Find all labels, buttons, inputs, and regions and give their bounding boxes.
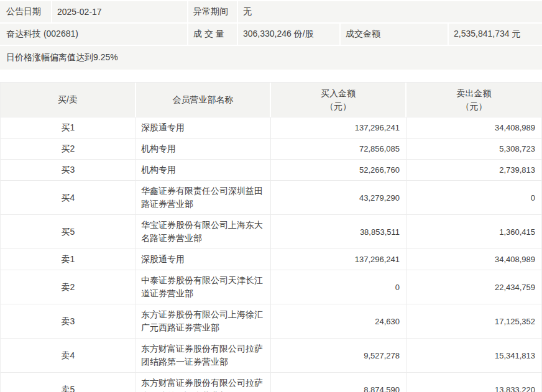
- row-sell-amount: 34,408,989: [406, 117, 542, 139]
- info-row-stock: 奋达科技 (002681) 成 交 量 306,330,246 份/股 成交金额…: [0, 24, 542, 45]
- abnormal-period-value: 无: [238, 1, 542, 22]
- info-section: 公告日期 2025-02-17 异常期间 无 奋达科技 (002681) 成 交…: [0, 0, 542, 70]
- row-branch: 深股通专用: [136, 117, 271, 139]
- table-row: 卖1 深股通专用 137,296,241 34,408,989: [1, 249, 542, 270]
- table-row: 买4 华鑫证券有限责任公司深圳益田路证券营业部 43,279,290 0: [1, 181, 542, 215]
- row-buy-amount: 8,874,590: [271, 373, 406, 392]
- row-branch: 深股通专用: [136, 249, 271, 270]
- header-side: 买/卖: [1, 83, 136, 117]
- row-branch: 东方财富证券股份有限公司拉萨团结路第一证券营业部: [136, 339, 271, 373]
- announce-date-value: 2025-02-17: [52, 1, 187, 22]
- row-branch: 华宝证券股份有限公司上海东大名路证券营业部: [136, 215, 271, 249]
- abnormal-period-label: 异常期间: [188, 1, 237, 22]
- row-branch: 机构专用: [136, 160, 271, 181]
- info-row-date: 公告日期 2025-02-17 异常期间 无: [0, 1, 542, 22]
- row-buy-amount: 9,527,278: [271, 339, 406, 373]
- row-buy-amount: 38,853,511: [271, 215, 406, 249]
- row-sell-amount: 1,360,415: [406, 215, 542, 249]
- row-side: 买4: [1, 181, 136, 215]
- row-sell-amount: 17,125,352: [406, 304, 542, 339]
- row-side: 买1: [1, 117, 136, 139]
- row-sell-amount: 0: [406, 181, 542, 215]
- header-sell-line2: （元）: [406, 100, 541, 113]
- header-buy-line1: 买入金额: [271, 87, 405, 100]
- row-sell-amount: 15,341,813: [406, 339, 542, 373]
- turnover-label: 成交金额: [341, 24, 448, 45]
- row-sell-amount: 5,308,723: [406, 139, 542, 160]
- row-side: 卖3: [1, 304, 136, 339]
- row-sell-amount: 2,739,813: [406, 160, 542, 181]
- row-sell-amount: 22,434,759: [406, 270, 542, 304]
- deviation-notice: 日价格涨幅偏离值达到9.25%: [0, 46, 542, 70]
- volume-label: 成 交 量: [188, 24, 237, 45]
- row-buy-amount: 137,296,241: [271, 249, 406, 270]
- row-side: 买3: [1, 160, 136, 181]
- row-buy-amount: 0: [271, 270, 406, 304]
- stock-title: 奋达科技 (002681): [0, 24, 187, 45]
- volume-value: 306,330,246 份/股: [238, 24, 339, 45]
- row-sell-amount: 13,833,220: [406, 373, 542, 392]
- row-buy-amount: 52,266,760: [271, 160, 406, 181]
- row-sell-amount: 34,408,989: [406, 249, 542, 270]
- row-side: 卖1: [1, 249, 136, 270]
- header-sell-amount: 卖出金额 （元）: [406, 83, 542, 117]
- row-side: 卖4: [1, 339, 136, 373]
- row-branch: 东方证券股份有限公司上海徐汇广元西路证券营业部: [136, 304, 271, 339]
- announce-date-label: 公告日期: [0, 1, 51, 22]
- row-branch: 机构专用: [136, 139, 271, 160]
- table-row: 卖3 东方证券股份有限公司上海徐汇广元西路证券营业部 24,630 17,125…: [1, 304, 542, 339]
- table-row: 卖5 东方财富证券股份有限公司拉萨东环路第二证券营业部 8,874,590 13…: [1, 373, 542, 392]
- row-branch: 中泰证券股份有限公司天津长江道证券营业部: [136, 270, 271, 304]
- table-header: 买/卖 会员营业部名称 买入金额 （元） 卖出金额 （元）: [1, 83, 542, 117]
- table-row: 买1 深股通专用 137,296,241 34,408,989: [1, 117, 542, 139]
- table-row: 卖2 中泰证券股份有限公司天津长江道证券营业部 0 22,434,759: [1, 270, 542, 304]
- row-side: 卖5: [1, 373, 136, 392]
- row-side: 买2: [1, 139, 136, 160]
- trade-table: 买/卖 会员营业部名称 买入金额 （元） 卖出金额 （元） 买1 深股通专用 1…: [0, 82, 542, 392]
- table-row: 买5 华宝证券股份有限公司上海东大名路证券营业部 38,853,511 1,36…: [1, 215, 542, 249]
- table-body: 买1 深股通专用 137,296,241 34,408,989 买2 机构专用 …: [1, 117, 542, 392]
- header-buy-line2: （元）: [271, 100, 405, 113]
- row-branch: 东方财富证券股份有限公司拉萨东环路第二证券营业部: [136, 373, 271, 392]
- table-row: 买3 机构专用 52,266,760 2,739,813: [1, 160, 542, 181]
- row-branch: 华鑫证券有限责任公司深圳益田路证券营业部: [136, 181, 271, 215]
- header-sell-line1: 卖出金额: [406, 87, 541, 100]
- header-branch: 会员营业部名称: [136, 83, 271, 117]
- table-row: 卖4 东方财富证券股份有限公司拉萨团结路第一证券营业部 9,527,278 15…: [1, 339, 542, 373]
- turnover-value: 2,535,841,734 元: [449, 24, 542, 45]
- info-row-notice: 日价格涨幅偏离值达到9.25%: [0, 46, 542, 70]
- row-side: 买5: [1, 215, 136, 249]
- row-buy-amount: 72,856,085: [271, 139, 406, 160]
- table-row: 买2 机构专用 72,856,085 5,308,723: [1, 139, 542, 160]
- row-side: 卖2: [1, 270, 136, 304]
- row-buy-amount: 24,630: [271, 304, 406, 339]
- row-buy-amount: 137,296,241: [271, 117, 406, 139]
- header-buy-amount: 买入金额 （元）: [271, 83, 406, 117]
- row-buy-amount: 43,279,290: [271, 181, 406, 215]
